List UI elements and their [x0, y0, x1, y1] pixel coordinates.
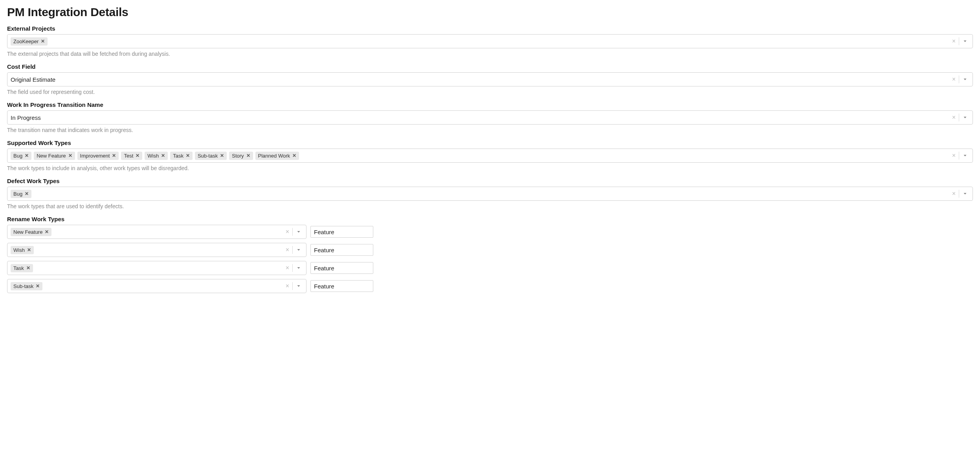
tag-remove-icon[interactable]: ✕	[36, 284, 40, 288]
chevron-down-icon[interactable]	[959, 115, 971, 120]
label-defect-work-types: Defect Work Types	[7, 178, 973, 184]
tag-label: Task	[13, 265, 24, 271]
tag-remove-icon[interactable]: ✕	[186, 153, 190, 158]
tag: New Feature✕	[11, 228, 51, 236]
wip-transition-value: In Progress	[11, 114, 41, 122]
rename-from-select[interactable]: Task✕×	[7, 261, 306, 275]
tag-remove-icon[interactable]: ✕	[68, 153, 72, 158]
tag-label: Improvement	[80, 153, 110, 159]
clear-icon[interactable]: ×	[949, 152, 959, 159]
label-cost-field: Cost Field	[7, 63, 973, 70]
select-indicators: ×	[949, 74, 971, 85]
tag-label: Task	[173, 153, 184, 159]
rename-rows-container: New Feature✕×Wish✕×Task✕×Sub-task✕×	[7, 225, 973, 293]
clear-icon[interactable]: ×	[949, 191, 959, 197]
select-indicators: ×	[283, 244, 305, 255]
rename-to-input[interactable]	[310, 226, 373, 238]
tag: Planned Work✕	[255, 152, 299, 160]
tags-defect-work-types: Bug✕	[11, 189, 949, 199]
tag: Wish✕	[11, 246, 34, 254]
rename-from-select[interactable]: Sub-task✕×	[7, 279, 306, 293]
select-cost-field[interactable]: Original Estimate ×	[7, 72, 973, 86]
rename-from-tags: Wish✕	[11, 245, 283, 255]
help-defect-work-types: The work types that are used to identify…	[7, 203, 973, 209]
tag: Test✕	[121, 152, 142, 160]
tag-remove-icon[interactable]: ✕	[27, 248, 31, 252]
clear-icon[interactable]: ×	[283, 283, 292, 289]
chevron-down-icon[interactable]	[293, 265, 305, 271]
tag-remove-icon[interactable]: ✕	[136, 153, 139, 158]
rename-from-select[interactable]: Wish✕×	[7, 243, 306, 257]
tag-remove-icon[interactable]: ✕	[26, 266, 30, 270]
select-indicators: ×	[283, 281, 305, 292]
clear-icon[interactable]: ×	[283, 229, 292, 235]
rename-to-input[interactable]	[310, 280, 373, 292]
label-external-projects: External Projects	[7, 25, 973, 32]
clear-icon[interactable]: ×	[949, 38, 959, 44]
select-supported-work-types[interactable]: Bug✕New Feature✕Improvement✕Test✕Wish✕Ta…	[7, 149, 973, 163]
rename-to-input[interactable]	[310, 262, 373, 274]
label-rename-work-types: Rename Work Types	[7, 216, 973, 222]
tag-remove-icon[interactable]: ✕	[25, 191, 29, 196]
tag-remove-icon[interactable]: ✕	[161, 153, 165, 158]
tag: Task✕	[11, 264, 33, 272]
tag-label: New Feature	[13, 229, 42, 235]
field-cost: Cost Field Original Estimate × The field…	[7, 63, 973, 95]
tag: ZooKeeper✕	[11, 37, 48, 46]
clear-icon[interactable]: ×	[949, 114, 959, 121]
select-indicators: ×	[283, 226, 305, 237]
tag-remove-icon[interactable]: ✕	[220, 153, 224, 158]
tag-label: Sub-task	[13, 283, 33, 289]
tag-remove-icon[interactable]: ✕	[292, 153, 296, 158]
tags-external-projects: ZooKeeper✕	[11, 36, 949, 46]
tag-label: Wish	[147, 153, 159, 159]
select-indicators: ×	[949, 188, 971, 199]
rename-row: Sub-task✕×	[7, 279, 973, 293]
chevron-down-icon[interactable]	[959, 153, 971, 158]
clear-icon[interactable]: ×	[949, 76, 959, 83]
field-wip-transition: Work In Progress Transition Name In Prog…	[7, 101, 973, 133]
label-wip-transition: Work In Progress Transition Name	[7, 101, 973, 108]
chevron-down-icon[interactable]	[959, 39, 971, 44]
tag-label: Wish	[13, 247, 25, 253]
rename-row: Wish✕×	[7, 243, 973, 257]
select-indicators: ×	[949, 36, 971, 47]
rename-to-input[interactable]	[310, 244, 373, 256]
tags-supported-work-types: Bug✕New Feature✕Improvement✕Test✕Wish✕Ta…	[11, 150, 949, 161]
select-external-projects[interactable]: ZooKeeper✕ ×	[7, 34, 973, 48]
tag: Improvement✕	[77, 152, 119, 160]
chevron-down-icon[interactable]	[959, 191, 971, 196]
tag: Sub-task✕	[11, 282, 42, 290]
rename-from-tags: Task✕	[11, 263, 283, 273]
value-wip-transition: In Progress	[11, 112, 949, 123]
tag-remove-icon[interactable]: ✕	[112, 153, 116, 158]
chevron-down-icon[interactable]	[293, 247, 305, 253]
page-title: PM Integration Details	[7, 6, 973, 19]
chevron-down-icon[interactable]	[959, 77, 971, 82]
help-supported-work-types: The work types to include in analysis, o…	[7, 165, 973, 171]
tag: Story✕	[229, 152, 253, 160]
tag-label: Story	[232, 153, 244, 159]
value-cost-field: Original Estimate	[11, 74, 949, 84]
field-external-projects: External Projects ZooKeeper✕ × The exter…	[7, 25, 973, 57]
tag-label: ZooKeeper	[13, 39, 39, 44]
tag: Wish✕	[145, 152, 168, 160]
rename-from-select[interactable]: New Feature✕×	[7, 225, 306, 239]
select-wip-transition[interactable]: In Progress ×	[7, 110, 973, 125]
tag-remove-icon[interactable]: ✕	[41, 39, 45, 44]
tag-remove-icon[interactable]: ✕	[246, 153, 250, 158]
clear-icon[interactable]: ×	[283, 247, 292, 253]
tag: Task✕	[170, 152, 193, 160]
tag-label: New Feature	[37, 153, 66, 159]
select-defect-work-types[interactable]: Bug✕ ×	[7, 187, 973, 201]
chevron-down-icon[interactable]	[293, 283, 305, 289]
cost-field-value: Original Estimate	[11, 75, 55, 84]
help-cost-field: The field used for representing cost.	[7, 89, 973, 95]
chevron-down-icon[interactable]	[293, 229, 305, 235]
tag-label: Bug	[13, 191, 22, 197]
tag-remove-icon[interactable]: ✕	[25, 153, 29, 158]
clear-icon[interactable]: ×	[283, 265, 292, 271]
tag: Bug✕	[11, 152, 31, 160]
tag-remove-icon[interactable]: ✕	[45, 229, 49, 234]
tag-label: Planned Work	[258, 153, 290, 159]
